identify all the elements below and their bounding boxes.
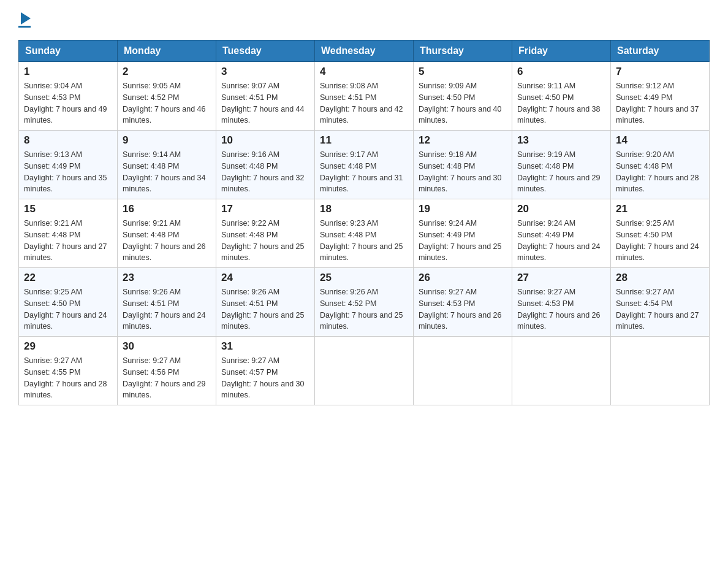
- calendar-header-thursday: Thursday: [414, 40, 512, 62]
- calendar-day-cell: 19Sunrise: 9:24 AMSunset: 4:49 PMDayligh…: [414, 199, 512, 268]
- calendar-day-cell: 9Sunrise: 9:14 AMSunset: 4:48 PMDaylight…: [118, 131, 216, 199]
- day-info: Sunrise: 9:23 AMSunset: 4:48 PMDaylight:…: [320, 219, 403, 262]
- calendar-header-tuesday: Tuesday: [216, 40, 315, 62]
- day-number: 27: [517, 272, 605, 284]
- logo-arrow-icon: [21, 12, 31, 25]
- day-info: Sunrise: 9:17 AMSunset: 4:48 PMDaylight:…: [320, 150, 403, 193]
- calendar-day-cell: 11Sunrise: 9:17 AMSunset: 4:48 PMDayligh…: [315, 131, 414, 199]
- calendar-day-cell: 6Sunrise: 9:11 AMSunset: 4:50 PMDaylight…: [512, 62, 611, 131]
- calendar-day-cell: 28Sunrise: 9:27 AMSunset: 4:54 PMDayligh…: [611, 268, 710, 337]
- calendar-day-cell: 26Sunrise: 9:27 AMSunset: 4:53 PMDayligh…: [414, 268, 512, 337]
- day-number: 28: [616, 272, 704, 284]
- day-number: 3: [221, 66, 309, 78]
- calendar-day-cell: 4Sunrise: 9:08 AMSunset: 4:51 PMDaylight…: [315, 62, 414, 131]
- day-number: 19: [419, 203, 507, 215]
- calendar-header-friday: Friday: [512, 40, 611, 62]
- day-info: Sunrise: 9:09 AMSunset: 4:50 PMDaylight:…: [419, 82, 502, 124]
- calendar-empty-cell: [315, 337, 414, 405]
- calendar-day-cell: 3Sunrise: 9:07 AMSunset: 4:51 PMDaylight…: [216, 62, 315, 131]
- day-info: Sunrise: 9:08 AMSunset: 4:51 PMDaylight:…: [320, 82, 403, 124]
- calendar-day-cell: 20Sunrise: 9:24 AMSunset: 4:49 PMDayligh…: [512, 199, 611, 268]
- calendar-day-cell: 7Sunrise: 9:12 AMSunset: 4:49 PMDaylight…: [611, 62, 710, 131]
- calendar-header-row: SundayMondayTuesdayWednesdayThursdayFrid…: [19, 40, 710, 62]
- day-number: 6: [517, 66, 605, 78]
- day-number: 14: [616, 134, 704, 147]
- day-info: Sunrise: 9:04 AMSunset: 4:53 PMDaylight:…: [24, 82, 107, 124]
- day-info: Sunrise: 9:19 AMSunset: 4:48 PMDaylight:…: [517, 150, 601, 193]
- day-info: Sunrise: 9:07 AMSunset: 4:51 PMDaylight:…: [221, 82, 305, 124]
- day-number: 17: [221, 203, 309, 215]
- day-info: Sunrise: 9:25 AMSunset: 4:50 PMDaylight:…: [616, 219, 699, 262]
- calendar-day-cell: 25Sunrise: 9:26 AMSunset: 4:52 PMDayligh…: [315, 268, 414, 337]
- calendar-day-cell: 30Sunrise: 9:27 AMSunset: 4:56 PMDayligh…: [118, 337, 216, 405]
- calendar-day-cell: 2Sunrise: 9:05 AMSunset: 4:52 PMDaylight…: [118, 62, 216, 131]
- day-number: 2: [123, 66, 211, 78]
- calendar-day-cell: 12Sunrise: 9:18 AMSunset: 4:48 PMDayligh…: [414, 131, 512, 199]
- day-info: Sunrise: 9:11 AMSunset: 4:50 PMDaylight:…: [517, 82, 601, 124]
- calendar-empty-cell: [512, 337, 611, 405]
- day-number: 31: [221, 340, 309, 353]
- day-info: Sunrise: 9:24 AMSunset: 4:49 PMDaylight:…: [517, 219, 601, 262]
- day-info: Sunrise: 9:22 AMSunset: 4:48 PMDaylight:…: [221, 219, 305, 262]
- day-info: Sunrise: 9:27 AMSunset: 4:56 PMDaylight:…: [123, 356, 206, 399]
- day-info: Sunrise: 9:25 AMSunset: 4:50 PMDaylight:…: [24, 288, 107, 331]
- calendar-header-sunday: Sunday: [19, 40, 118, 62]
- day-number: 10: [221, 134, 309, 147]
- calendar-table: SundayMondayTuesdayWednesdayThursdayFrid…: [18, 40, 710, 405]
- calendar-week-row: 8Sunrise: 9:13 AMSunset: 4:49 PMDaylight…: [19, 131, 710, 199]
- calendar-day-cell: 16Sunrise: 9:21 AMSunset: 4:48 PMDayligh…: [118, 199, 216, 268]
- day-number: 29: [24, 340, 112, 353]
- page-header: [18, 12, 710, 28]
- day-info: Sunrise: 9:27 AMSunset: 4:57 PMDaylight:…: [221, 356, 305, 399]
- day-number: 16: [123, 203, 211, 215]
- calendar-day-cell: 31Sunrise: 9:27 AMSunset: 4:57 PMDayligh…: [216, 337, 315, 405]
- logo-underline: [18, 26, 31, 28]
- day-number: 8: [24, 134, 112, 147]
- day-info: Sunrise: 9:26 AMSunset: 4:52 PMDaylight:…: [320, 288, 403, 331]
- day-number: 12: [419, 134, 507, 147]
- day-number: 25: [320, 272, 408, 284]
- day-info: Sunrise: 9:05 AMSunset: 4:52 PMDaylight:…: [123, 82, 206, 124]
- day-info: Sunrise: 9:21 AMSunset: 4:48 PMDaylight:…: [123, 219, 206, 262]
- day-number: 23: [123, 272, 211, 284]
- calendar-day-cell: 5Sunrise: 9:09 AMSunset: 4:50 PMDaylight…: [414, 62, 512, 131]
- day-number: 5: [419, 66, 507, 78]
- day-info: Sunrise: 9:27 AMSunset: 4:54 PMDaylight:…: [616, 288, 699, 331]
- calendar-day-cell: 24Sunrise: 9:26 AMSunset: 4:51 PMDayligh…: [216, 268, 315, 337]
- calendar-day-cell: 22Sunrise: 9:25 AMSunset: 4:50 PMDayligh…: [19, 268, 118, 337]
- day-info: Sunrise: 9:14 AMSunset: 4:48 PMDaylight:…: [123, 150, 206, 193]
- calendar-day-cell: 10Sunrise: 9:16 AMSunset: 4:48 PMDayligh…: [216, 131, 315, 199]
- calendar-empty-cell: [611, 337, 710, 405]
- calendar-header-saturday: Saturday: [611, 40, 710, 62]
- day-info: Sunrise: 9:26 AMSunset: 4:51 PMDaylight:…: [221, 288, 305, 331]
- day-number: 4: [320, 66, 408, 78]
- calendar-day-cell: 21Sunrise: 9:25 AMSunset: 4:50 PMDayligh…: [611, 199, 710, 268]
- day-number: 24: [221, 272, 309, 284]
- day-number: 7: [616, 66, 704, 78]
- calendar-header-monday: Monday: [118, 40, 216, 62]
- calendar-day-cell: 18Sunrise: 9:23 AMSunset: 4:48 PMDayligh…: [315, 199, 414, 268]
- calendar-day-cell: 17Sunrise: 9:22 AMSunset: 4:48 PMDayligh…: [216, 199, 315, 268]
- calendar-day-cell: 8Sunrise: 9:13 AMSunset: 4:49 PMDaylight…: [19, 131, 118, 199]
- calendar-week-row: 15Sunrise: 9:21 AMSunset: 4:48 PMDayligh…: [19, 199, 710, 268]
- day-info: Sunrise: 9:13 AMSunset: 4:49 PMDaylight:…: [24, 150, 107, 193]
- calendar-day-cell: 14Sunrise: 9:20 AMSunset: 4:48 PMDayligh…: [611, 131, 710, 199]
- day-info: Sunrise: 9:12 AMSunset: 4:49 PMDaylight:…: [616, 82, 699, 124]
- day-info: Sunrise: 9:16 AMSunset: 4:48 PMDaylight:…: [221, 150, 305, 193]
- calendar-day-cell: 13Sunrise: 9:19 AMSunset: 4:48 PMDayligh…: [512, 131, 611, 199]
- day-number: 21: [616, 203, 704, 215]
- day-info: Sunrise: 9:18 AMSunset: 4:48 PMDaylight:…: [419, 150, 502, 193]
- logo: [18, 12, 31, 28]
- calendar-week-row: 29Sunrise: 9:27 AMSunset: 4:55 PMDayligh…: [19, 337, 710, 405]
- day-number: 26: [419, 272, 507, 284]
- day-number: 9: [123, 134, 211, 147]
- day-info: Sunrise: 9:27 AMSunset: 4:53 PMDaylight:…: [517, 288, 601, 331]
- calendar-day-cell: 29Sunrise: 9:27 AMSunset: 4:55 PMDayligh…: [19, 337, 118, 405]
- day-info: Sunrise: 9:27 AMSunset: 4:53 PMDaylight:…: [419, 288, 502, 331]
- day-info: Sunrise: 9:24 AMSunset: 4:49 PMDaylight:…: [419, 219, 502, 262]
- calendar-day-cell: 23Sunrise: 9:26 AMSunset: 4:51 PMDayligh…: [118, 268, 216, 337]
- day-number: 22: [24, 272, 112, 284]
- calendar-week-row: 1Sunrise: 9:04 AMSunset: 4:53 PMDaylight…: [19, 62, 710, 131]
- day-number: 13: [517, 134, 605, 147]
- day-info: Sunrise: 9:21 AMSunset: 4:48 PMDaylight:…: [24, 219, 107, 262]
